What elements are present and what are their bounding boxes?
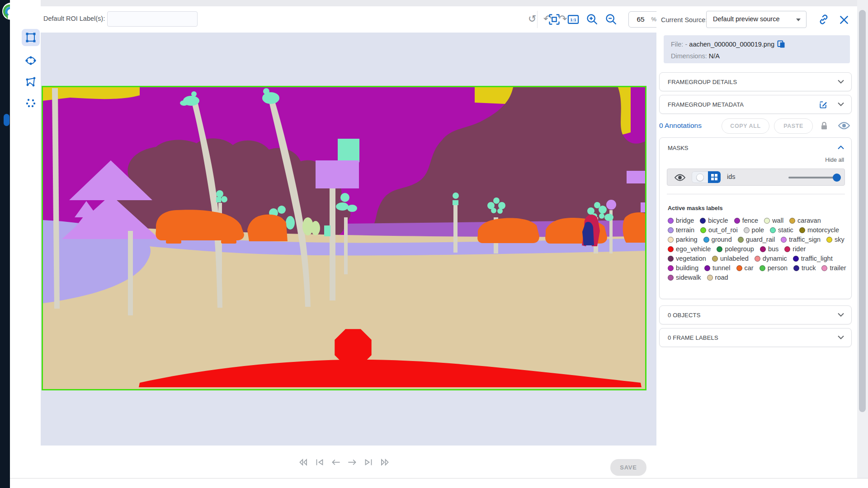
divider (667, 194, 845, 194)
toggle-grid-option[interactable] (708, 171, 721, 183)
opacity-slider[interactable] (788, 177, 839, 178)
mask-color-dot (770, 227, 776, 233)
mask-label-ground[interactable]: ground (703, 236, 732, 243)
mask-color-dot (668, 237, 674, 243)
mask-region-sign (641, 202, 645, 212)
toolbar-divider (537, 11, 538, 28)
mask-labels-list: bridgebicyclefencewallcaravanterrainout_… (668, 217, 848, 281)
mask-color-dot (717, 246, 722, 252)
right-panel: Current Source: Default preview source F… (656, 6, 857, 478)
polygon-tool-button[interactable] (22, 73, 40, 90)
roi-label-input[interactable] (107, 11, 198, 27)
mask-label-building[interactable]: building (668, 265, 698, 272)
mask-color-dot (734, 218, 740, 224)
mask-color-dot (668, 218, 674, 224)
canvas-area (41, 33, 656, 446)
mask-view-toggle[interactable] (692, 171, 721, 183)
layer-visibility-icon[interactable] (675, 174, 685, 182)
footer-divider (10, 478, 868, 479)
close-icon[interactable] (838, 14, 850, 26)
edit-icon[interactable] (819, 100, 828, 109)
chevron-down-icon (838, 335, 844, 339)
mask-color-dot (712, 256, 718, 262)
actual-size-icon[interactable]: 1:1 (567, 13, 580, 26)
mask-label-parking[interactable]: parking (668, 236, 698, 243)
history-icon[interactable]: ↺ (528, 12, 536, 26)
mask-color-dot (668, 256, 674, 262)
mask-label-traffic_light[interactable]: traffic_light (793, 255, 833, 262)
mask-label-guard_rail[interactable]: guard_rail (738, 236, 775, 243)
source-select[interactable]: Default preview source (706, 11, 807, 28)
mask-color-dot (668, 275, 674, 281)
chevron-down-icon (838, 80, 844, 84)
mask-label-bicycle[interactable]: bicycle (700, 217, 728, 224)
mask-label-rider[interactable]: rider (784, 246, 806, 253)
mask-label-terrain[interactable]: terrain (668, 227, 694, 234)
mask-label-traffic_sign[interactable]: traffic_sign (781, 236, 821, 243)
mask-label-person[interactable]: person (760, 265, 788, 272)
mask-region-sign (316, 160, 359, 188)
paste-button[interactable]: PASTE (774, 118, 813, 134)
accordion-framegroup-details[interactable]: FRAMEGROUP DETAILS (659, 72, 852, 91)
rectangle-tool-button[interactable] (22, 29, 40, 46)
previous-frame-icon[interactable] (330, 456, 342, 468)
hide-all-link[interactable]: Hide all (825, 157, 844, 163)
visibility-icon[interactable] (838, 121, 850, 130)
mask-label-unlabeled[interactable]: unlabeled (712, 255, 749, 262)
toggle-plain-option[interactable] (692, 171, 708, 183)
zoom-in-icon[interactable] (586, 13, 599, 26)
mask-label-truck[interactable]: truck (793, 265, 816, 272)
mask-label-out_of_roi[interactable]: out_of_roi (700, 227, 738, 234)
mask-label-bridge[interactable]: bridge (668, 217, 694, 224)
ellipse-tool-button[interactable] (22, 52, 40, 69)
rail-drag-handle[interactable] (4, 114, 9, 126)
mask-label-sky[interactable]: sky (826, 236, 844, 243)
panel-scrollbar-thumb[interactable] (859, 10, 866, 412)
top-strip (10, 0, 868, 6)
segmentation-canvas[interactable] (42, 86, 646, 390)
link-icon[interactable] (818, 14, 830, 25)
first-frame-icon[interactable] (314, 456, 326, 468)
mask-label-pole[interactable]: pole (744, 227, 764, 234)
mask-label-bus[interactable]: bus (760, 246, 778, 253)
zoom-out-icon[interactable] (605, 13, 618, 26)
annotations-count: 0 Annotations (659, 122, 702, 130)
mask-label-dynamic[interactable]: dynamic (755, 255, 787, 262)
mask-label-car[interactable]: car (736, 265, 754, 272)
mask-label-motorcycle[interactable]: motorcycle (799, 227, 839, 234)
copy-all-button[interactable]: COPY ALL (722, 118, 769, 134)
accordion-framegroup-metadata[interactable]: FRAMEGROUP METADATA (659, 95, 852, 114)
chevron-up-icon[interactable] (838, 145, 844, 150)
mask-label-static[interactable]: static (770, 227, 793, 234)
mask-label-fence[interactable]: fence (734, 217, 758, 224)
lock-icon[interactable] (819, 121, 829, 131)
next-group-icon[interactable] (379, 456, 391, 468)
mask-label-trailer[interactable]: trailer (821, 265, 846, 272)
panel-scrollbar-track[interactable] (857, 0, 868, 478)
opacity-slider-thumb[interactable] (833, 174, 841, 182)
mask-label-text: out_of_roi (708, 227, 738, 234)
zoom-level-input[interactable] (633, 14, 648, 25)
mask-label-sidewalk[interactable]: sidewalk (668, 274, 701, 281)
points-tool-button[interactable] (22, 94, 40, 112)
accordion-objects[interactable]: 0 OBJECTS (659, 305, 852, 324)
mask-label-road[interactable]: road (707, 274, 728, 281)
mask-label-polegroup[interactable]: polegroup (717, 246, 754, 253)
last-frame-icon[interactable] (363, 456, 374, 468)
fit-to-screen-icon[interactable] (548, 13, 561, 26)
accordion-frame-labels[interactable]: 0 FRAME LABELS (659, 328, 852, 347)
mask-label-vegetation[interactable]: vegetation (668, 255, 706, 262)
save-button[interactable]: SAVE (610, 459, 646, 476)
mask-color-dot (764, 218, 770, 224)
mask-label-tunnel[interactable]: tunnel (704, 265, 731, 272)
next-frame-icon[interactable] (346, 456, 358, 468)
mask-label-wall[interactable]: wall (764, 217, 783, 224)
mask-label-caravan[interactable]: caravan (789, 217, 821, 224)
mask-label-ego_vehicle[interactable]: ego_vehicle (668, 246, 711, 253)
mask-label-text: parking (676, 236, 698, 243)
mask-region-bush (311, 221, 320, 235)
mask-label-text: trailer (830, 265, 846, 272)
previous-group-icon[interactable] (297, 456, 309, 468)
mask-color-dot (760, 265, 765, 271)
copy-icon[interactable] (777, 40, 786, 49)
